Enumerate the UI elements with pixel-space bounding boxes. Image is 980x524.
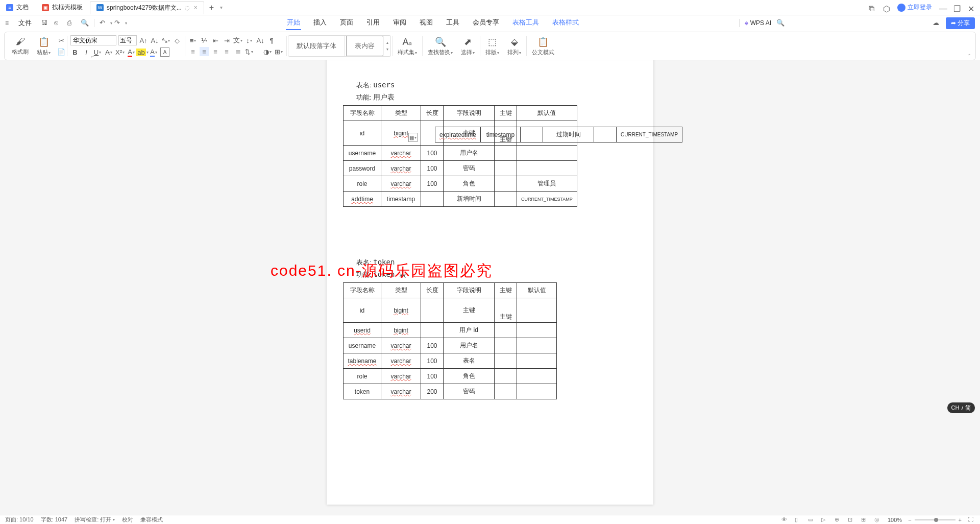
ribbon-expand-icon[interactable]: ⌃ bbox=[967, 53, 971, 59]
undo-icon[interactable]: ↶ bbox=[100, 19, 108, 27]
redo-dropdown[interactable]: ▾ bbox=[125, 21, 127, 26]
web-view-icon[interactable]: ⊕ bbox=[835, 516, 842, 523]
view-icon[interactable]: ◎ bbox=[874, 516, 881, 523]
strike-icon[interactable]: A̶▾ bbox=[104, 47, 113, 57]
login-button[interactable]: 立即登录 bbox=[897, 3, 932, 12]
grow-font-icon[interactable]: A↑ bbox=[139, 36, 148, 45]
italic-icon[interactable]: I bbox=[82, 47, 91, 57]
style-content[interactable]: 表内容 bbox=[346, 36, 383, 56]
table-token[interactable]: 字段名称类型长度字段说明主键默认值 idbigint主键主键 useridbig… bbox=[343, 282, 557, 399]
font-name-select[interactable] bbox=[70, 35, 116, 45]
cloud-icon[interactable]: ☁ bbox=[933, 19, 941, 27]
increase-indent-icon[interactable]: ⇥ bbox=[222, 36, 231, 45]
copy-icon[interactable]: 📄 bbox=[57, 47, 66, 56]
print-icon[interactable]: ⎙ bbox=[67, 19, 76, 27]
show-marks-icon[interactable]: ¶ bbox=[267, 36, 276, 45]
border-icon[interactable]: ⊞▾ bbox=[274, 47, 283, 56]
tab-springboot[interactable]: W springbootv4279数据库文... ◌ × bbox=[90, 1, 204, 14]
table-continued[interactable]: expiratedtime timestamp 过期时间 CURRENT_TIM… bbox=[435, 127, 682, 142]
align-center-icon[interactable]: ≡ bbox=[200, 47, 209, 56]
tab-add-button[interactable]: + bbox=[205, 3, 218, 12]
format-brush-group[interactable]: 🖌 格式刷 bbox=[8, 32, 33, 60]
menu-tool[interactable]: 工具 bbox=[445, 16, 460, 30]
sort-group[interactable]: ⬚ 排版▾ bbox=[481, 32, 503, 60]
menu-start[interactable]: 开始 bbox=[286, 16, 301, 30]
zoom-slider[interactable]: − + bbox=[908, 517, 962, 523]
highlight-icon[interactable]: ab▾ bbox=[138, 47, 147, 57]
clear-format-icon[interactable]: ◇ bbox=[173, 36, 182, 45]
menu-insert[interactable]: 插入 bbox=[312, 16, 328, 30]
read-view-icon[interactable]: ▭ bbox=[808, 516, 815, 523]
font-color-icon[interactable]: A▾ bbox=[127, 47, 136, 57]
close-icon[interactable]: ✕ bbox=[968, 4, 975, 11]
undo-dropdown[interactable]: ▾ bbox=[110, 21, 112, 26]
menu-review[interactable]: 审阅 bbox=[392, 16, 407, 30]
char-shade-icon[interactable]: A▾ bbox=[149, 47, 158, 57]
status-page[interactable]: 页面: 10/10 bbox=[5, 516, 34, 523]
link-icon[interactable]: ⎋ bbox=[54, 19, 62, 27]
style-default[interactable]: 默认段落字体 bbox=[288, 36, 345, 56]
zoom-value[interactable]: 100% bbox=[888, 517, 902, 523]
align-right-icon[interactable]: ≡ bbox=[211, 47, 220, 56]
find-replace-group[interactable]: 🔍 查找替换▾ bbox=[424, 32, 457, 60]
tab-dropdown[interactable]: ▾ bbox=[220, 5, 223, 10]
status-proof[interactable]: 校对 bbox=[122, 516, 133, 523]
fullscreen-icon[interactable]: ⛶ bbox=[968, 516, 975, 523]
search-icon[interactable]: 🔍 bbox=[776, 19, 785, 27]
eye-icon[interactable]: 👁 bbox=[781, 516, 789, 523]
tab-close[interactable]: × bbox=[194, 4, 198, 11]
wps-ai-button[interactable]: ⟐ WPS AI bbox=[745, 19, 771, 27]
page-view-icon[interactable]: ▯ bbox=[795, 516, 802, 523]
status-words[interactable]: 字数: 1047 bbox=[41, 516, 68, 523]
underline-icon[interactable]: U▾ bbox=[93, 47, 102, 57]
menu-member[interactable]: 会员专享 bbox=[472, 16, 500, 30]
distribute-icon[interactable]: ≣ bbox=[233, 47, 242, 56]
window-copy-icon[interactable]: ⧉ bbox=[869, 4, 876, 11]
text-direction-icon[interactable]: 文▾ bbox=[233, 36, 242, 45]
fit-width-icon[interactable]: ⊞ bbox=[861, 516, 868, 523]
share-button[interactable]: ➦ 分享 bbox=[946, 17, 975, 29]
justify-icon[interactable]: ≡ bbox=[222, 47, 231, 56]
minimize-icon[interactable]: — bbox=[939, 4, 946, 11]
clipboard-expand-icon[interactable]: ⌐ bbox=[91, 54, 94, 59]
bullet-list-icon[interactable]: ≡▾ bbox=[188, 36, 198, 45]
shrink-font-icon[interactable]: A↓ bbox=[150, 36, 159, 45]
align-left-icon[interactable]: ≡ bbox=[188, 47, 198, 56]
nav-icon[interactable]: ▷ bbox=[821, 516, 828, 523]
font-size-select[interactable] bbox=[118, 35, 137, 45]
redo-icon[interactable]: ↷ bbox=[114, 19, 122, 27]
char-border-icon[interactable]: A bbox=[160, 47, 169, 57]
number-list-icon[interactable]: ⅟▾ bbox=[200, 36, 209, 45]
menu-table-style[interactable]: 表格样式 bbox=[551, 16, 580, 30]
line-spacing-icon[interactable]: ⇅▾ bbox=[244, 47, 254, 56]
style-set-group[interactable]: Aₐ 样式集▾ bbox=[394, 32, 421, 60]
save-icon[interactable]: 🖫 bbox=[41, 19, 49, 27]
zoom-out-icon[interactable]: − bbox=[908, 517, 911, 523]
select-group[interactable]: ⬈ 选择▾ bbox=[457, 32, 479, 60]
outline-icon[interactable]: ⊡ bbox=[848, 516, 855, 523]
preview-icon[interactable]: 🔍 bbox=[81, 19, 89, 27]
style-down-icon[interactable]: ▾ bbox=[386, 47, 388, 52]
table-layout-icon[interactable]: ▦▾ bbox=[408, 133, 418, 142]
superscript-icon[interactable]: X²▾ bbox=[115, 47, 125, 57]
bold-icon[interactable]: B bbox=[70, 47, 80, 57]
arrange-group[interactable]: ⬙ 排列▾ bbox=[503, 32, 525, 60]
decrease-indent-icon[interactable]: ⇤ bbox=[211, 36, 220, 45]
box-icon[interactable]: ⬡ bbox=[883, 4, 890, 11]
tab-docs[interactable]: ≡ 文档 bbox=[0, 1, 35, 14]
style-up-icon[interactable]: ▴ bbox=[386, 40, 388, 45]
asian-layout-icon[interactable]: ↕▾ bbox=[244, 36, 254, 45]
paste-group[interactable]: 📋 粘贴▾ bbox=[33, 32, 55, 60]
style-gallery[interactable]: 默认段落字体 表内容 ▴ ▾ bbox=[288, 35, 391, 57]
menu-view[interactable]: 视图 bbox=[419, 16, 434, 30]
zoom-in-icon[interactable]: + bbox=[959, 517, 962, 523]
file-menu[interactable]: 文件 bbox=[14, 18, 36, 28]
menu-table-tool[interactable]: 表格工具 bbox=[511, 16, 540, 30]
status-spellcheck[interactable]: 拼写检查: 打开 ▾ bbox=[75, 516, 115, 523]
menu-page[interactable]: 页面 bbox=[339, 16, 354, 30]
document-area[interactable]: 表名: users 功能: 用户表 字段名称 类型 长度 字段说明 主键 默认值… bbox=[0, 60, 980, 515]
menu-icon[interactable]: ≡ bbox=[5, 19, 12, 27]
change-case-icon[interactable]: ᴬₐ▾ bbox=[161, 36, 170, 45]
cut-icon[interactable]: ✂ bbox=[57, 36, 66, 45]
menu-ref[interactable]: 引用 bbox=[365, 16, 381, 30]
